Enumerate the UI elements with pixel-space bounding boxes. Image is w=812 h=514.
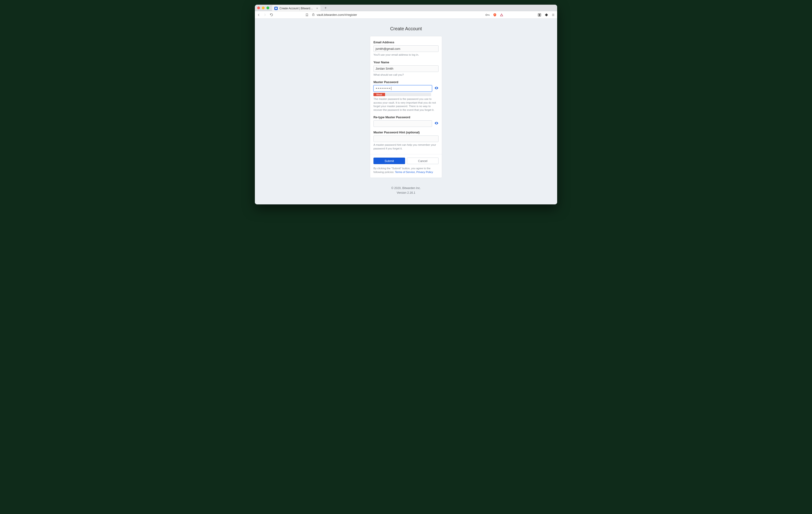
password-confirm-input[interactable] (373, 120, 432, 127)
agreement-text: By clicking the "Submit" button, you agr… (373, 166, 439, 174)
svg-point-0 (486, 14, 487, 16)
password-label: Master Password (373, 80, 439, 84)
email-hint: You'll use your email address to log in. (373, 53, 439, 57)
hint-input[interactable] (373, 135, 439, 142)
password-group: Master Password •••••••• Weak The master… (373, 80, 439, 112)
password-input[interactable]: •••••••• (373, 85, 432, 92)
bookmark-icon[interactable] (305, 13, 309, 17)
browser-menu-icon[interactable] (552, 13, 555, 17)
email-group: Email Address You'll use your email addr… (373, 40, 439, 57)
url-text: vault.bitwarden.com/#/register (317, 13, 357, 17)
password-strength-fill: Weak (373, 93, 385, 96)
text-caret (391, 87, 392, 90)
page-title: Create Account (255, 19, 557, 36)
close-tab-icon[interactable]: × (316, 6, 318, 10)
privacy-policy-link[interactable]: Privacy Policy (416, 171, 433, 173)
back-button[interactable] (257, 13, 260, 17)
password-strength-label: Weak (376, 93, 382, 96)
hint-label: Master Password Hint (optional) (373, 131, 439, 134)
bitwarden-favicon (274, 7, 278, 10)
lock-icon (312, 13, 315, 17)
hint-group: Master Password Hint (optional) A master… (373, 131, 439, 151)
page-footer: © 2020, Bitwarden Inc. Version 2.16.1 (255, 186, 557, 195)
hint-help: A master password hint can help you reme… (373, 143, 439, 151)
window-controls (257, 6, 269, 9)
new-tab-button[interactable]: + (323, 6, 328, 10)
reload-button[interactable] (270, 13, 273, 17)
password-strength-bar: Weak (373, 93, 431, 96)
browser-toolbar: vault.bitwarden.com/#/register (255, 11, 557, 19)
toggle-password-visibility-icon[interactable] (434, 86, 439, 91)
password-confirm-group: Re-type Master Password (373, 115, 439, 127)
bitwarden-extension-icon[interactable] (538, 13, 541, 17)
footer-copyright: © 2020, Bitwarden Inc. (255, 186, 557, 190)
register-card: Email Address You'll use your email addr… (370, 36, 442, 178)
button-row: Submit Cancel (373, 158, 439, 164)
brave-shield-icon[interactable] (493, 13, 497, 17)
email-label: Email Address (373, 40, 439, 44)
minimize-window-button[interactable] (262, 6, 265, 9)
submit-button-label: Submit (385, 159, 394, 163)
page-content: Create Account Email Address You'll use … (255, 19, 557, 205)
name-group: Your Name What should we call you? (373, 60, 439, 77)
titlebar: Create Account | Bitwarden Web × + (255, 5, 557, 11)
terms-of-service-link[interactable]: Terms of Service (395, 171, 415, 173)
forward-button[interactable] (263, 13, 266, 17)
name-label: Your Name (373, 60, 439, 64)
tab-title: Create Account | Bitwarden Web (280, 7, 314, 10)
password-masked-value: •••••••• (376, 87, 391, 90)
browser-window: Create Account | Bitwarden Web × + vault… (255, 5, 557, 205)
submit-button[interactable]: Submit (373, 158, 405, 164)
browser-tab[interactable]: Create Account | Bitwarden Web × (272, 5, 320, 11)
name-input[interactable] (373, 65, 439, 72)
toggle-confirm-visibility-icon[interactable] (434, 121, 439, 126)
key-icon[interactable] (486, 13, 490, 17)
password-confirm-label: Re-type Master Password (373, 115, 439, 119)
password-hint: The master password is the password you … (373, 97, 439, 112)
name-hint: What should we call you? (373, 73, 439, 77)
triangle-icon[interactable] (500, 13, 503, 17)
extensions-icon[interactable] (545, 13, 548, 17)
cancel-button[interactable]: Cancel (407, 158, 439, 164)
footer-version: Version 2.16.1 (255, 190, 557, 195)
email-input[interactable] (373, 46, 439, 52)
cancel-button-label: Cancel (418, 159, 427, 163)
maximize-window-button[interactable] (266, 6, 269, 9)
close-window-button[interactable] (257, 6, 260, 9)
address-bar[interactable]: vault.bitwarden.com/#/register (312, 13, 482, 17)
